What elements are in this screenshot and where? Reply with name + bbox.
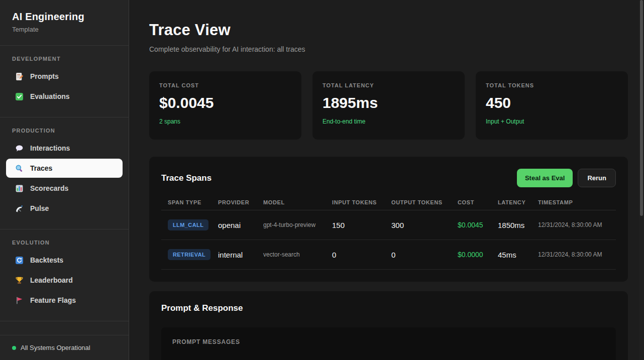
col-model: MODEL [263, 199, 332, 205]
sidebar-item-feature-flags[interactable]: Feature Flags [6, 291, 123, 310]
main-content: Trace View Complete observability for AI… [129, 0, 644, 360]
stats-row: TOTAL COST $0.0045 2 spans TOTAL LATENCY… [149, 71, 628, 140]
check-icon [15, 92, 24, 101]
timestamp-cell: 12/31/2024, 8:30:00 AM [538, 251, 616, 258]
system-status: All Systems Operational [0, 335, 129, 360]
input-tokens-cell: 0 [332, 251, 391, 259]
sidebar-item-label: Prompts [30, 72, 59, 80]
sidebar-item-label: Backtests [30, 256, 63, 264]
prompt-messages-label: PROMPT MESSAGES [172, 338, 605, 345]
rerun-button[interactable]: Rerun [578, 169, 616, 187]
table-header-row: SPAN TYPE PROVIDER MODEL INPUT TOKENS OU… [161, 194, 616, 210]
trace-spans-title: Trace Spans [161, 173, 211, 183]
output-tokens-cell: 0 [391, 251, 458, 259]
sidebar-item-label: Pulse [30, 204, 49, 212]
section-label-production: PRODUCTION [12, 128, 123, 134]
table-row[interactable]: RETRIEVAL internal vector-search 0 0 $0.… [161, 240, 616, 270]
col-latency: LATENCY [498, 199, 538, 205]
model-cell: vector-search [263, 251, 332, 258]
app-subtitle: Template [12, 26, 117, 33]
sidebar-item-interactions[interactable]: Interactions [6, 139, 123, 158]
stat-label: TOTAL LATENCY [323, 82, 455, 88]
steal-as-eval-button[interactable]: Steal as Eval [517, 169, 573, 187]
sidebar: AI Engineering Template DEVELOPMENT Prom… [0, 0, 129, 360]
sidebar-item-label: Scorecards [30, 184, 68, 192]
sidebar-item-label: Feature Flags [30, 296, 76, 304]
sidebar-section-evolution: EVOLUTION Backtests Leaderboard Feature … [0, 229, 129, 321]
page-subtitle: Complete observability for AI interactio… [149, 45, 628, 53]
sidebar-item-label: Evaluations [30, 92, 70, 100]
stat-card-total-cost: TOTAL COST $0.0045 2 spans [149, 71, 301, 140]
latency-cell: 1850ms [498, 221, 538, 229]
speech-bubble-icon [15, 144, 24, 153]
trace-spans-panel: Trace Spans Steal as Eval Rerun SPAN TYP… [149, 157, 628, 282]
sidebar-item-evaluations[interactable]: Evaluations [6, 87, 123, 106]
repeat-icon [15, 256, 24, 265]
satellite-icon [15, 204, 24, 213]
table-row[interactable]: LLM_CALL openai gpt-4-turbo-preview 150 … [161, 210, 616, 240]
stat-sub: End-to-end time [323, 118, 455, 125]
trace-spans-table: SPAN TYPE PROVIDER MODEL INPUT TOKENS OU… [161, 194, 616, 270]
col-timestamp: TIMESTAMP [538, 199, 616, 205]
stat-value: 1895ms [323, 94, 455, 111]
span-type-badge: RETRIEVAL [168, 249, 210, 260]
scrollbar-track[interactable] [639, 0, 644, 360]
provider-cell: openai [218, 221, 263, 229]
sidebar-item-leaderboard[interactable]: Leaderboard [6, 271, 123, 290]
bar-chart-icon [15, 184, 24, 193]
span-type-badge: LLM_CALL [168, 219, 208, 230]
col-cost: COST [458, 199, 498, 205]
status-dot-icon [12, 346, 16, 350]
sidebar-section-production: PRODUCTION Interactions Traces Scorecard… [0, 117, 129, 229]
stat-label: TOTAL COST [159, 82, 291, 88]
sidebar-item-backtests[interactable]: Backtests [6, 251, 123, 270]
trophy-icon [15, 276, 24, 285]
stat-sub: 2 spans [159, 118, 291, 125]
cost-cell: $0.0045 [458, 221, 498, 229]
col-output-tokens: OUTPUT TOKENS [391, 199, 458, 205]
flag-icon [15, 296, 24, 305]
sidebar-item-pulse[interactable]: Pulse [6, 199, 123, 218]
output-tokens-cell: 300 [391, 221, 458, 229]
stat-value: 450 [486, 94, 618, 111]
provider-cell: internal [218, 251, 263, 259]
stat-label: TOTAL TOKENS [486, 82, 618, 88]
section-label-evolution: EVOLUTION [12, 239, 123, 246]
stat-value: $0.0045 [159, 94, 291, 111]
sidebar-item-scorecards[interactable]: Scorecards [6, 179, 123, 198]
model-cell: gpt-4-turbo-preview [263, 221, 332, 228]
cost-cell: $0.0000 [458, 251, 498, 259]
latency-cell: 45ms [498, 251, 538, 259]
sidebar-item-prompts[interactable]: Prompts [6, 67, 123, 86]
col-input-tokens: INPUT TOKENS [332, 199, 391, 205]
stat-card-total-tokens: TOTAL TOKENS 450 Input + Output [476, 71, 628, 140]
col-provider: PROVIDER [218, 199, 263, 205]
prompt-response-panel: Prompt & Response PROMPT MESSAGES [149, 291, 628, 360]
sidebar-item-label: Leaderboard [30, 276, 73, 284]
stat-sub: Input + Output [486, 118, 618, 125]
input-tokens-cell: 150 [332, 221, 391, 229]
scrollbar-thumb[interactable] [640, 0, 643, 216]
prompt-messages-box: PROMPT MESSAGES [161, 327, 616, 360]
memo-icon [15, 72, 24, 81]
prompt-response-title: Prompt & Response [161, 303, 616, 313]
col-span-type: SPAN TYPE [161, 199, 218, 205]
sidebar-header: AI Engineering Template [0, 0, 129, 46]
app-title: AI Engineering [12, 11, 117, 23]
magnifier-icon [15, 164, 24, 173]
stat-card-total-latency: TOTAL LATENCY 1895ms End-to-end time [312, 71, 465, 140]
sidebar-item-traces[interactable]: Traces [6, 159, 123, 178]
sidebar-section-development: DEVELOPMENT Prompts Evaluations [0, 46, 129, 117]
page-title: Trace View [149, 21, 628, 39]
sidebar-item-label: Traces [30, 164, 52, 172]
sidebar-item-label: Interactions [30, 144, 70, 152]
status-text: All Systems Operational [21, 344, 90, 351]
timestamp-cell: 12/31/2024, 8:30:00 AM [538, 221, 616, 228]
section-label-development: DEVELOPMENT [12, 56, 123, 62]
